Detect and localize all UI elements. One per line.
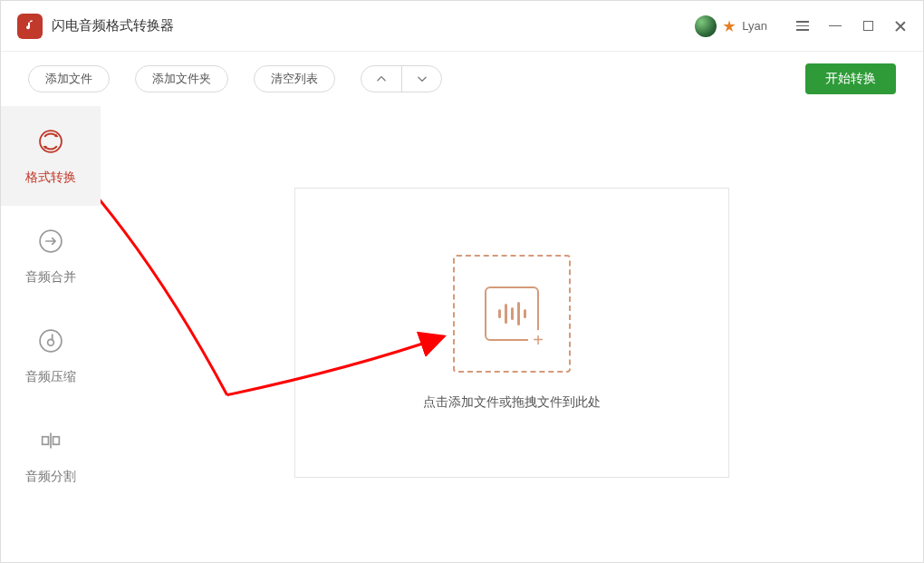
move-down-button[interactable]: [401, 66, 441, 92]
start-convert-button[interactable]: 开始转换: [805, 63, 896, 94]
audio-add-icon: +: [485, 286, 539, 341]
user-name: Lyan: [742, 19, 767, 33]
sidebar-item-label: 音频压缩: [25, 369, 76, 385]
maximize-button[interactable]: [860, 18, 876, 34]
menu-button[interactable]: [794, 18, 811, 34]
dropzone-dashed-box: +: [453, 255, 571, 373]
user-avatar: [695, 15, 717, 37]
title-bar: 闪电音频格式转换器 Lyan: [1, 1, 923, 52]
svg-rect-4: [43, 437, 49, 445]
user-account[interactable]: Lyan: [695, 15, 767, 37]
svg-point-2: [40, 330, 62, 352]
chevron-down-icon: [416, 73, 428, 85]
add-file-button[interactable]: 添加文件: [28, 65, 110, 92]
main-area: + 点击添加文件或拖拽文件到此处: [101, 106, 923, 562]
sidebar: 格式转换 音频合并 音频压缩 音频分割: [1, 106, 101, 562]
toolbar: 添加文件 添加文件夹 清空列表 开始转换: [1, 52, 923, 106]
app-window: 闪电音频格式转换器 Lyan 添加文件 添加文件夹 清空列表: [0, 0, 924, 563]
window-controls: [794, 18, 909, 34]
convert-icon: [35, 126, 66, 157]
sidebar-item-label: 音频分割: [25, 469, 76, 485]
sidebar-item-label: 格式转换: [25, 170, 76, 186]
move-up-button[interactable]: [361, 66, 401, 92]
body: 格式转换 音频合并 音频压缩 音频分割: [1, 106, 923, 562]
sidebar-item-audio-compress[interactable]: 音频压缩: [1, 306, 101, 405]
dropzone[interactable]: + 点击添加文件或拖拽文件到此处: [294, 188, 729, 478]
plus-icon: +: [528, 330, 548, 350]
clear-list-button[interactable]: 清空列表: [254, 65, 335, 92]
vip-badge-icon: [722, 19, 736, 34]
split-icon: [35, 425, 66, 456]
add-folder-button[interactable]: 添加文件夹: [135, 65, 228, 92]
merge-icon: [35, 226, 66, 257]
close-button[interactable]: [892, 18, 909, 34]
svg-rect-5: [53, 437, 60, 445]
sidebar-item-audio-split[interactable]: 音频分割: [1, 405, 101, 505]
app-logo-icon: [17, 14, 43, 39]
minimize-button[interactable]: [827, 18, 843, 34]
dropzone-hint: 点击添加文件或拖拽文件到此处: [423, 394, 601, 411]
reorder-group: [361, 65, 442, 92]
sidebar-item-label: 音频合并: [25, 269, 76, 286]
app-title: 闪电音频格式转换器: [52, 17, 174, 34]
sidebar-item-audio-merge[interactable]: 音频合并: [1, 206, 101, 306]
sidebar-item-format-convert[interactable]: 格式转换: [1, 106, 101, 206]
chevron-up-icon: [375, 73, 388, 85]
compress-icon: [35, 325, 66, 356]
